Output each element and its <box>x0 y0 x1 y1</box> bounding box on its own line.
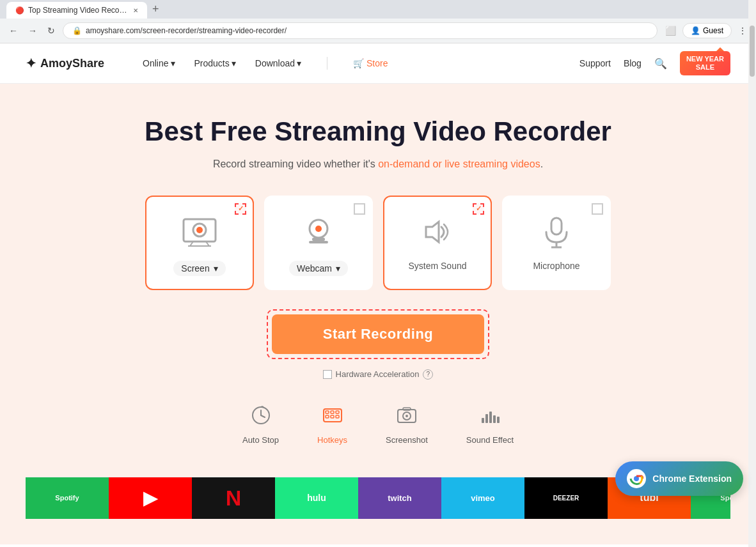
nav-products[interactable]: Products ▾ <box>194 58 236 68</box>
new-tab-button[interactable]: + <box>147 0 164 19</box>
webcam-label[interactable]: Webcam ▾ <box>289 261 348 276</box>
nav-download[interactable]: Download ▾ <box>255 58 301 68</box>
svg-rect-29 <box>485 414 488 423</box>
subtitle-em: on-demand or live streaming videos <box>378 158 540 169</box>
svg-rect-30 <box>489 412 492 423</box>
svg-rect-20 <box>336 411 339 413</box>
tab-bar: 🔴 Top Streaming Video Record... ✕ + <box>0 0 756 19</box>
hardware-acceleration-help-icon[interactable]: ? <box>423 369 433 380</box>
feature-auto-stop[interactable]: Auto Stop <box>242 405 279 445</box>
browser-chrome: 🔴 Top Streaming Video Record... ✕ + ← → … <box>0 0 756 43</box>
start-recording-outer: Start Recording <box>267 309 490 359</box>
svg-rect-8 <box>312 238 325 241</box>
svg-rect-32 <box>497 417 500 423</box>
screen-checked-icon <box>235 203 246 215</box>
system-sound-icon <box>415 210 460 254</box>
refresh-button[interactable]: ↻ <box>45 23 58 38</box>
webcam-unchecked-icon <box>354 203 365 215</box>
nav-support[interactable]: Support <box>579 58 611 68</box>
svg-rect-23 <box>336 415 339 418</box>
app-vimeo: vimeo <box>441 477 524 519</box>
start-recording-button[interactable]: Start Recording <box>272 314 485 354</box>
webcam-card[interactable]: Webcam ▾ <box>264 196 373 290</box>
svg-rect-28 <box>482 418 484 423</box>
sale-badge: NEW YEAR SALE <box>680 51 730 75</box>
hardware-acceleration-checkbox[interactable] <box>323 370 332 379</box>
sale-line2: SALE <box>686 63 724 72</box>
chrome-extension-button[interactable]: Chrome Extension <box>615 461 743 496</box>
cart-icon: 🛒 <box>353 58 364 68</box>
scrollbar[interactable] <box>748 0 756 544</box>
forward-button[interactable]: → <box>26 23 40 38</box>
feature-screenshot[interactable]: Screenshot <box>386 405 428 445</box>
hardware-acceleration-label: Hardware Acceleration <box>336 369 420 379</box>
svg-rect-11 <box>551 218 562 235</box>
system-sound-card[interactable]: System Sound <box>383 196 492 290</box>
webcam-checkbox[interactable] <box>354 203 365 215</box>
sound-effect-icon <box>480 405 500 430</box>
microphone-unchecked-icon <box>592 203 603 215</box>
screen-label[interactable]: Screen ▾ <box>173 261 225 276</box>
chevron-down-icon-download: ▾ <box>297 58 301 68</box>
screen-checkbox[interactable] <box>235 203 246 215</box>
hotkeys-label: Hotkeys <box>317 435 347 445</box>
screen-icon <box>177 210 222 254</box>
logo[interactable]: ✦ AmoyShare <box>26 56 104 71</box>
logo-icon: ✦ <box>26 56 36 71</box>
profile-icon: 👤 <box>691 26 700 35</box>
nav-store[interactable]: 🛒 Store <box>353 58 388 68</box>
chevron-down-icon-products: ▾ <box>232 58 236 68</box>
back-button[interactable]: ← <box>6 23 20 38</box>
svg-point-2 <box>196 227 203 233</box>
menu-button[interactable]: ⋮ <box>736 23 750 38</box>
search-icon[interactable]: 🔍 <box>654 58 667 70</box>
app-netflix: N <box>192 477 275 519</box>
webcam-dropdown-icon: ▾ <box>336 263 340 274</box>
start-recording-wrapper: Start Recording <box>26 309 730 359</box>
active-tab[interactable]: 🔴 Top Streaming Video Record... ✕ <box>6 2 147 19</box>
svg-rect-19 <box>331 411 334 413</box>
feature-hotkeys[interactable]: Hotkeys <box>317 405 347 445</box>
site-header: ✦ AmoyShare Online ▾ Products ▾ Download… <box>0 43 756 84</box>
svg-rect-9 <box>309 241 328 243</box>
microphone-checkbox[interactable] <box>592 203 603 215</box>
system-sound-label: System Sound <box>408 261 466 271</box>
nav-blog[interactable]: Blog <box>624 58 642 68</box>
app-twitch: twitch <box>358 477 441 519</box>
browser-actions: ⬜ 👤 Guest ⋮ <box>663 23 750 38</box>
microphone-label: Microphone <box>533 261 579 271</box>
screen-dropdown-icon: ▾ <box>214 263 218 274</box>
screenshot-icon <box>397 405 417 430</box>
recording-options: Screen ▾ Webcam <box>26 196 730 290</box>
url-text: amoyshare.com/screen-recorder/streaming-… <box>86 26 648 35</box>
app-deezer: DEEZER <box>524 477 608 519</box>
lock-icon: 🔒 <box>72 26 82 35</box>
tab-title: Top Streaming Video Record... <box>28 6 129 15</box>
scrollbar-thumb[interactable] <box>750 26 755 77</box>
app-youtube: ▶ <box>109 477 192 519</box>
tab-close-button[interactable]: ✕ <box>133 7 138 14</box>
app-hulu: hulu <box>275 477 358 519</box>
address-bar[interactable]: 🔒 amoyshare.com/screen-recorder/streamin… <box>63 22 658 39</box>
profile-button[interactable]: 👤 Guest <box>682 23 732 38</box>
svg-point-26 <box>406 415 408 417</box>
feature-sound-effect[interactable]: Sound Effect <box>466 405 514 445</box>
screen-card[interactable]: Screen ▾ <box>145 196 254 290</box>
svg-rect-22 <box>331 415 334 418</box>
microphone-card[interactable]: Microphone <box>502 196 611 290</box>
subtitle-start: Record streaming video whether it's <box>213 158 378 169</box>
system-sound-checkbox[interactable] <box>473 203 484 215</box>
extensions-button[interactable]: ⬜ <box>663 23 679 38</box>
hotkeys-icon <box>322 405 343 430</box>
hero-title: Best Free Streaming Video Recorder <box>26 116 730 148</box>
nav-right: Support Blog 🔍 NEW YEAR SALE <box>579 51 730 75</box>
logo-text: AmoyShare <box>40 57 104 70</box>
nav-online[interactable]: Online ▾ <box>143 58 175 68</box>
sale-line1: NEW YEAR <box>686 55 724 63</box>
nav-menu: Online ▾ Products ▾ Download ▾ 🛒 Store <box>143 57 388 70</box>
hardware-acceleration-row: Hardware Acceleration ? <box>26 369 730 380</box>
hero-subtitle: Record streaming video whether it's on-d… <box>26 158 730 170</box>
svg-rect-21 <box>326 415 329 418</box>
chrome-extension-label: Chrome Extension <box>652 474 732 484</box>
auto-stop-icon <box>251 405 271 430</box>
